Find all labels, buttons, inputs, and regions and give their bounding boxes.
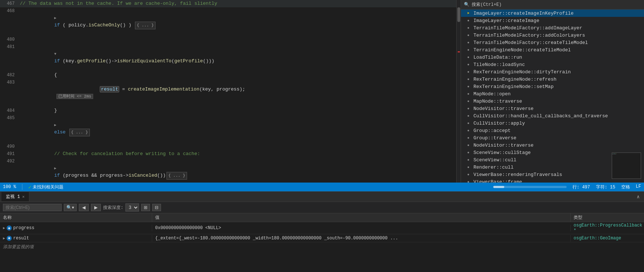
callstack-label-13: NodeVisitor::traverse [473, 106, 534, 111]
callstack-label-4: TerrainTileModelFactory::createTileModel [473, 40, 588, 45]
callstack-icon-21: ● [465, 164, 471, 170]
callstack-label-19: SceneView::cullStage [473, 150, 531, 155]
callstack-label-16: Group::accept [473, 128, 511, 133]
callstack-label-3: TerrainTileModelFactory::addColorLayers [473, 33, 585, 38]
watch-name-result: ▶ ◉ result [0, 235, 152, 242]
scroll-mark [458, 51, 460, 52]
watch-name-progress: ▶ ◉ progress [0, 225, 152, 231]
expand-result[interactable]: ▶ [3, 236, 5, 240]
callstack-label-9: RexTerrainEngineNode::refresh [473, 77, 556, 82]
callstack-item-12[interactable]: ● MapNode::traverse [461, 98, 644, 105]
callstack-label-0: ImageLayer::createImageInKeyProfile [473, 11, 574, 16]
watch-forward-btn[interactable]: ▶ [91, 204, 101, 211]
callstack-item-0[interactable]: ➤ ImageLayer::createImageInKeyProfile [461, 10, 644, 17]
code-panel: 467 // The data was not in the cache. If… [0, 0, 644, 183]
ok-icon: ✓ [28, 184, 31, 190]
table-row: 484 } [0, 107, 456, 114]
tab-watch1-close[interactable]: ✕ [22, 194, 25, 199]
callstack-label-2: TerrainTileModelFactory::addImageLayer [473, 25, 582, 31]
col-type-header: 类型 [571, 213, 644, 222]
zoom-label: 100 % [3, 184, 16, 190]
callstack-label-18: NodeVisitor::traverse [473, 143, 534, 148]
callstack-label-15: CullVisitor::apply [473, 121, 525, 126]
callstack-item-10[interactable]: ● RexTerrainEngineNode::setMap [461, 83, 644, 90]
callstack-item-11[interactable]: ● MapNode::open [461, 90, 644, 98]
callstack-item-9[interactable]: ● RexTerrainEngineNode::refresh [461, 76, 644, 83]
status-col: 字符: 15 [596, 184, 615, 190]
callstack-label-10: RexTerrainEngineNode::setMap [473, 84, 553, 89]
code-editor: 467 // The data was not in the cache. If… [0, 0, 456, 183]
callstack-item-15[interactable]: ● CullVisitor::apply [461, 120, 644, 127]
callstack-icon-6: ● [465, 54, 471, 60]
callstack-icon-10: ● [465, 84, 471, 89]
expand-progress[interactable]: ▶ [3, 226, 5, 230]
callstack-icon-18: ● [465, 142, 471, 148]
callstack-icon-9: ● [465, 76, 471, 82]
callstack-icon-7: ● [465, 62, 471, 67]
expand-btn-468[interactable]: { ... } [135, 22, 155, 29]
collapse-btn-481[interactable]: ▼ [54, 51, 60, 58]
watch-search-input[interactable] [3, 204, 62, 211]
watch-type-result: osgEarth::GeoImage [571, 235, 644, 242]
watch-content: 🔍▾ ◀ ▶ 搜索深度: 3 1 2 5 ⊞ ⊟ 名称 值 类型 [0, 202, 644, 272]
watch-table: 名称 值 类型 ▶ ◉ progress 0x0000000000000000 … [0, 213, 644, 272]
callstack-icon-1: ● [465, 18, 471, 23]
tab-watch1[interactable]: 监视 1 ✕ [1, 192, 29, 201]
watch-var-name-progress: progress [13, 225, 34, 231]
callstack-item-6[interactable]: ● LoadTileData::run [461, 54, 644, 61]
callstack-item-14[interactable]: ● CullVisitor::handle_cull_callbacks_and… [461, 112, 644, 120]
watch-depth-label: 搜索深度: [103, 205, 123, 211]
callstack-item-17[interactable]: ● Group::traverse [461, 134, 644, 141]
callstack-item-2[interactable]: ● TerrainTileModelFactory::addImageLayer [461, 24, 644, 32]
zoom-control[interactable]: 100 % [3, 184, 16, 190]
callstack-item-16[interactable]: ● Group::accept [461, 127, 644, 134]
watch-search-btn[interactable]: 🔍▾ [64, 204, 77, 211]
editor-scrollbar[interactable] [456, 0, 461, 183]
table-row: 490 [0, 143, 456, 150]
search-icon: 🔍 [464, 2, 469, 7]
call-stack-search-label: 搜索(Ctrl+E) [472, 1, 502, 8]
collapse-btn-492[interactable]: ▶ [54, 165, 60, 172]
bottom-panel-close[interactable]: ∧ [634, 192, 643, 201]
callstack-item-1[interactable]: ● ImageLayer::createImage [461, 17, 644, 24]
watch-val-progress: 0x0000000000000000 <NULL> [152, 225, 571, 231]
watch-depth-select[interactable]: 3 1 2 5 [125, 203, 139, 212]
callstack-item-8[interactable]: ● RexTerrainEngineNode::dirtyTerrain [461, 68, 644, 76]
callstack-icon-2: ● [465, 25, 471, 31]
call-stack-panel: 🔍 搜索(Ctrl+E) ➤ ImageLayer::createImageIn… [461, 0, 644, 183]
watch-val-result: {_extent={_west=-180.000000000000000 _wi… [152, 235, 571, 242]
bottom-panel: 监视 1 ✕ ∧ 🔍▾ ◀ ▶ 搜索深度: 3 1 2 5 [0, 191, 644, 272]
callstack-icon-14: ● [465, 113, 471, 119]
callstack-item-3[interactable]: ● TerrainTileModelFactory::addColorLayer… [461, 32, 644, 39]
callstack-icon-17: ● [465, 135, 471, 141]
watch-toolbar: 🔍▾ ◀ ▶ 搜索深度: 3 1 2 5 ⊞ ⊟ [0, 202, 644, 213]
table-row: 492 ▶ if (progress && progress->isCancel… [0, 158, 456, 183]
table-row: 491 // Check for cancelation before writ… [0, 150, 456, 158]
callstack-item-5[interactable]: ● TerrainEngineNode::createTileModel [461, 46, 644, 54]
status-encoding: LF [636, 184, 641, 190]
callstack-icon-12: ● [465, 98, 471, 104]
collapse-btn-468[interactable]: ▶ [54, 15, 60, 22]
collapse-btn-485[interactable]: ▶ [54, 122, 60, 129]
scroll-thumb[interactable] [457, 7, 460, 22]
var-icon-result: ◉ [7, 236, 12, 241]
callstack-icon-15: ● [465, 120, 471, 126]
status-bar: 100 % ✓ 未找到相关问题 行: 497 字符: 15 空格 LF [0, 183, 644, 191]
callstack-icon-22: ● [465, 172, 471, 177]
watch-table-header: 名称 值 类型 [0, 213, 644, 222]
watch-action-btn1[interactable]: ⊞ [141, 204, 150, 211]
callstack-item-18[interactable]: ● NodeVisitor::traverse [461, 141, 644, 149]
watch-add-hint[interactable]: 添加要监视的项 [0, 242, 644, 251]
callstack-item-13[interactable]: ● NodeVisitor::traverse [461, 105, 644, 112]
callstack-item-4[interactable]: ● TerrainTileModelFactory::createTileMod… [461, 39, 644, 46]
callstack-item-7[interactable]: ● TileNode::loadSync [461, 61, 644, 68]
callstack-label-12: MapNode::traverse [473, 99, 522, 104]
callstack-icon-3: ● [465, 32, 471, 38]
callstack-label-21: Renderer::cull [473, 165, 513, 170]
expand-btn-492[interactable]: { ... } [167, 172, 187, 180]
watch-action-btn2[interactable]: ⊟ [152, 204, 161, 211]
expand-btn-485[interactable]: { ... } [69, 129, 90, 136]
watch-row-progress: ▶ ◉ progress 0x0000000000000000 <NULL> o… [0, 222, 644, 234]
callstack-icon-19: ● [465, 150, 471, 155]
watch-back-btn[interactable]: ◀ [79, 204, 89, 211]
